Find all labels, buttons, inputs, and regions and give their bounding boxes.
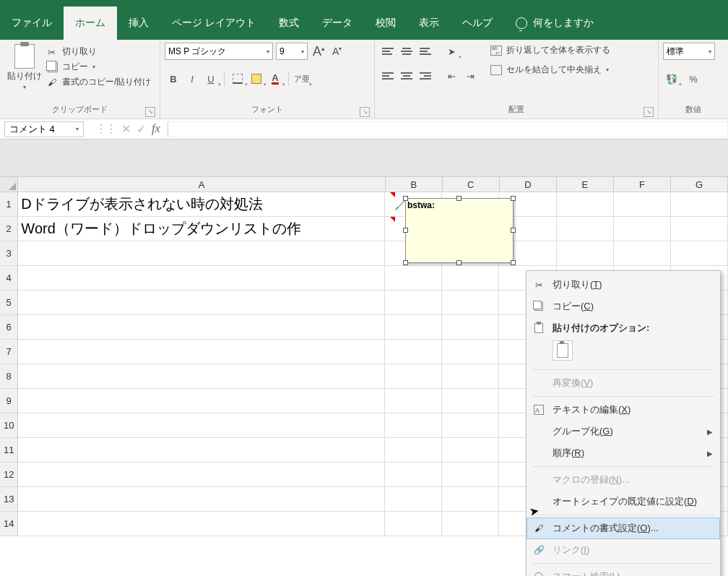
align-center-button[interactable] [398,67,415,85]
cell[interactable] [18,315,385,339]
cell[interactable] [442,266,499,290]
accounting-format-button[interactable]: 💱▾ [663,70,680,87]
cell[interactable] [442,291,499,314]
dialog-launcher-icon[interactable]: ↘ [644,107,654,117]
align-middle-button[interactable] [398,43,415,60]
menu-group[interactable]: グループ化(G) ▶ [526,421,720,442]
cell[interactable] [671,241,728,265]
tab-formulas[interactable]: 数式 [267,7,311,40]
menu-edit-text[interactable]: テキストの編集(X) [526,399,720,421]
tab-help[interactable]: ヘルプ [451,7,504,40]
cell[interactable] [18,291,385,314]
number-format-select[interactable]: 標準▾ [663,43,715,60]
cell[interactable] [18,389,385,413]
tab-home[interactable]: ホーム [64,7,117,40]
decrease-font-icon[interactable]: A▾ [330,46,344,57]
row-header[interactable]: 8 [0,364,18,388]
row-header[interactable]: 6 [0,315,18,339]
resize-handle[interactable] [511,260,516,265]
resize-handle[interactable] [403,228,408,233]
fill-color-button[interactable]: ▾ [248,70,265,87]
col-header-C[interactable]: C [443,177,500,192]
row-header[interactable]: 7 [0,340,18,364]
font-name-select[interactable]: MS P ゴシック▾ [165,43,273,60]
cell[interactable] [671,192,728,216]
col-header-A[interactable]: A [18,177,385,192]
format-painter-button[interactable]: 書式のコピー/貼り付け [48,76,151,88]
orientation-button[interactable]: ➤▾ [443,43,460,60]
cell[interactable] [385,364,442,388]
cell[interactable] [18,413,385,437]
comment-box[interactable]: bstwa: [405,198,514,263]
fx-icon[interactable]: fx [152,122,160,136]
name-box[interactable]: コメント 4▾ [4,121,84,137]
row-header[interactable]: 11 [0,438,18,462]
enter-icon[interactable]: ✓ [136,122,146,136]
tab-insert[interactable]: 挿入 [117,7,160,40]
resize-handle[interactable] [456,196,462,201]
col-header-G[interactable]: G [671,177,728,192]
row-header[interactable]: 12 [0,463,18,486]
align-left-button[interactable] [379,67,396,85]
paste-button[interactable]: 貼り付け ▾ [4,43,45,92]
phonetic-button[interactable]: ア亜▾ [293,70,311,87]
cell[interactable] [442,315,499,339]
cell[interactable] [385,463,442,486]
cell[interactable] [671,217,728,241]
cell[interactable] [18,266,385,290]
col-header-F[interactable]: F [614,177,671,192]
col-header-E[interactable]: E [557,177,614,192]
resize-handle[interactable] [511,228,516,233]
cell[interactable] [18,438,385,462]
cell[interactable] [385,389,442,413]
cell[interactable] [18,340,385,364]
cell[interactable] [614,192,671,216]
row-header[interactable]: 1 [0,192,18,216]
resize-handle[interactable] [511,196,516,201]
cell[interactable] [442,364,499,388]
cut-button[interactable]: 切り取り [48,46,151,58]
cell[interactable] [18,364,385,388]
col-header-D[interactable]: D [500,177,557,192]
align-right-button[interactable] [417,67,434,85]
cell[interactable] [18,241,385,265]
tab-view[interactable]: 表示 [407,7,451,40]
font-color-button[interactable]: A▾ [266,70,284,87]
border-button[interactable]: ▾ [229,70,246,87]
dialog-launcher-icon[interactable]: ↘ [360,107,370,117]
wrap-text-button[interactable]: 折り返して全体を表示する [490,44,610,56]
percent-button[interactable]: % [685,70,702,87]
menu-copy[interactable]: コピー(C) [526,296,720,317]
menu-default-autoshape[interactable]: オートシェイプの既定値に設定(D) [526,491,720,512]
cell[interactable] [385,438,442,462]
row-header[interactable]: 2 [0,217,18,241]
cell[interactable] [18,463,385,486]
resize-handle[interactable] [403,196,408,201]
cell[interactable]: Dドライブが表示されない時の対処法 [18,192,385,216]
copy-button[interactable]: コピー ▾ [48,61,151,73]
underline-button[interactable]: U▾ [202,70,220,87]
cell[interactable] [385,413,442,437]
cancel-icon[interactable]: ✕ [121,122,131,136]
cell[interactable]: Word（ワード）ドロップダウンリストの作 [18,217,385,241]
row-header[interactable]: 5 [0,291,18,314]
select-all-corner[interactable] [0,177,18,192]
tab-data[interactable]: データ [311,7,364,40]
cell[interactable] [385,487,442,511]
cell[interactable] [557,217,614,241]
row-header[interactable]: 9 [0,389,18,413]
cell[interactable] [385,340,442,364]
row-header[interactable]: 10 [0,413,18,437]
cell[interactable] [385,315,442,339]
cell[interactable] [614,241,671,265]
cell[interactable] [557,192,614,216]
row-header[interactable]: 13 [0,487,18,511]
cell[interactable] [18,512,385,536]
menu-cut[interactable]: 切り取り(T) [526,274,720,296]
italic-button[interactable]: I [183,70,201,87]
col-header-B[interactable]: B [386,177,443,192]
tab-review[interactable]: 校閲 [364,7,407,40]
merge-center-button[interactable]: セルを結合して中央揃え ▾ [490,64,610,76]
cell[interactable] [385,512,442,536]
decrease-indent-button[interactable]: ⇤ [443,67,460,85]
